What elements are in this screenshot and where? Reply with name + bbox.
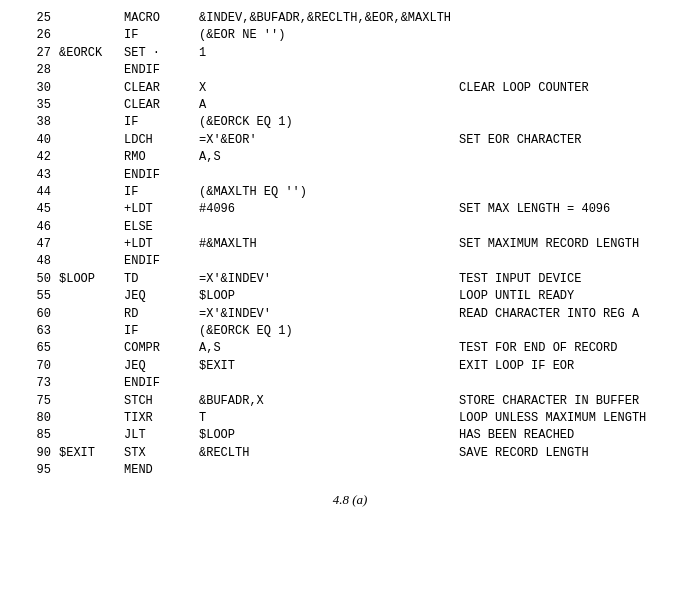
operand-field: =X'&EOR': [195, 132, 455, 149]
line-number: 90: [20, 445, 55, 462]
table-row: 85JLT$LOOPHAS BEEN REACHED: [20, 427, 680, 444]
operand-field: [195, 253, 455, 270]
operand-field: A,S: [195, 340, 455, 357]
line-number: 73: [20, 375, 55, 392]
operation-field: TIXR: [120, 410, 195, 427]
operand-field: (&MAXLTH EQ ''): [195, 184, 455, 201]
operand-field: A,S: [195, 149, 455, 166]
operation-field: TD: [120, 271, 195, 288]
line-number: 65: [20, 340, 55, 357]
operand-field: =X'&INDEV': [195, 306, 455, 323]
label-field: $LOOP: [55, 271, 120, 288]
line-number: 45: [20, 201, 55, 218]
label-field: [55, 114, 120, 131]
line-number: 28: [20, 62, 55, 79]
line-number: 75: [20, 393, 55, 410]
label-field: [55, 10, 120, 27]
operation-field: COMPR: [120, 340, 195, 357]
operation-field: ENDIF: [120, 62, 195, 79]
operation-field: JEQ: [120, 288, 195, 305]
comment-field: TEST INPUT DEVICE: [455, 271, 680, 288]
line-number: 46: [20, 219, 55, 236]
comment-field: [455, 167, 680, 184]
comment-field: [455, 62, 680, 79]
operand-field: A: [195, 97, 455, 114]
operation-field: RD: [120, 306, 195, 323]
table-row: 26IF(&EOR NE ''): [20, 27, 680, 44]
table-row: 80TIXRTLOOP UNLESS MAXIMUM LENGTH: [20, 410, 680, 427]
line-number: 30: [20, 80, 55, 97]
comment-field: TEST FOR END OF RECORD: [455, 340, 680, 357]
operation-field: +LDT: [120, 236, 195, 253]
table-row: 55JEQ$LOOPLOOP UNTIL READY: [20, 288, 680, 305]
line-number: 80: [20, 410, 55, 427]
table-row: 90$EXITSTX&RECLTHSAVE RECORD LENGTH: [20, 445, 680, 462]
comment-field: [455, 149, 680, 166]
operation-field: ENDIF: [120, 253, 195, 270]
operation-field: CLEAR: [120, 80, 195, 97]
operand-field: #4096: [195, 201, 455, 218]
table-row: 45+LDT#4096SET MAX LENGTH = 4096: [20, 201, 680, 218]
label-field: [55, 149, 120, 166]
operand-field: $LOOP: [195, 288, 455, 305]
label-field: [55, 201, 120, 218]
table-row: 50$LOOPTD=X'&INDEV'TEST INPUT DEVICE: [20, 271, 680, 288]
label-field: [55, 80, 120, 97]
table-row: 44IF(&MAXLTH EQ ''): [20, 184, 680, 201]
table-row: 73ENDIF: [20, 375, 680, 392]
operand-field: [195, 167, 455, 184]
operand-field: $LOOP: [195, 427, 455, 444]
label-field: [55, 253, 120, 270]
label-field: $EXIT: [55, 445, 120, 462]
comment-field: [455, 323, 680, 340]
operation-field: ENDIF: [120, 167, 195, 184]
operation-field: ELSE: [120, 219, 195, 236]
table-row: 95MEND: [20, 462, 680, 479]
label-field: [55, 288, 120, 305]
comment-field: SET EOR CHARACTER: [455, 132, 680, 149]
label-field: [55, 167, 120, 184]
label-field: [55, 184, 120, 201]
comment-field: LOOP UNTIL READY: [455, 288, 680, 305]
line-number: 50: [20, 271, 55, 288]
operation-field: JLT: [120, 427, 195, 444]
operation-field: LDCH: [120, 132, 195, 149]
comment-field: [455, 97, 680, 114]
comment-field: [455, 219, 680, 236]
label-field: [55, 27, 120, 44]
table-row: 60RD=X'&INDEV'READ CHARACTER INTO REG A: [20, 306, 680, 323]
comment-field: [455, 45, 680, 62]
line-number: 27: [20, 45, 55, 62]
operation-field: MEND: [120, 462, 195, 479]
label-field: [55, 219, 120, 236]
comment-field: LOOP UNLESS MAXIMUM LENGTH: [455, 410, 680, 427]
operand-field: [195, 375, 455, 392]
line-number: 44: [20, 184, 55, 201]
line-number: 26: [20, 27, 55, 44]
table-row: 65COMPRA,STEST FOR END OF RECORD: [20, 340, 680, 357]
operand-field: &BUFADR,X: [195, 393, 455, 410]
label-field: [55, 358, 120, 375]
label-field: [55, 306, 120, 323]
line-number: 48: [20, 253, 55, 270]
operation-field: STX: [120, 445, 195, 462]
line-number: 40: [20, 132, 55, 149]
operation-field: IF: [120, 323, 195, 340]
comment-field: [455, 10, 680, 27]
table-row: 28ENDIF: [20, 62, 680, 79]
operand-field: [195, 219, 455, 236]
line-number: 42: [20, 149, 55, 166]
operand-field: $EXIT: [195, 358, 455, 375]
table-row: 25MACRO&INDEV,&BUFADR,&RECLTH,&EOR,&MAXL…: [20, 10, 680, 27]
table-row: 35CLEARA: [20, 97, 680, 114]
operation-field: SET ·: [120, 45, 195, 62]
label-field: [55, 462, 120, 479]
operation-field: MACRO: [120, 10, 195, 27]
operand-field: [195, 462, 455, 479]
line-number: 60: [20, 306, 55, 323]
table-row: 40LDCH=X'&EOR'SET EOR CHARACTER: [20, 132, 680, 149]
operand-field: &RECLTH: [195, 445, 455, 462]
table-row: 42RMOA,S: [20, 149, 680, 166]
line-number: 25: [20, 10, 55, 27]
label-field: [55, 393, 120, 410]
